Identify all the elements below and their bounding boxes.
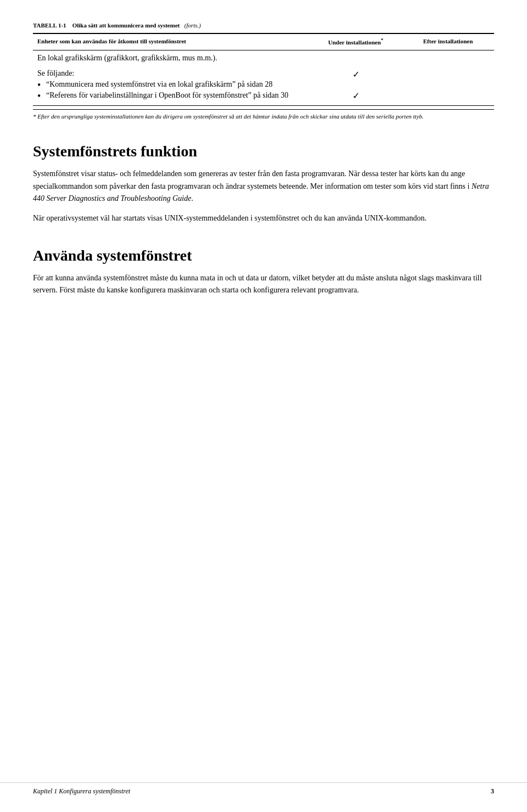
cell-after-2 bbox=[402, 66, 494, 106]
cell-device-2: Se följande: “Kommunicera med systemföns… bbox=[33, 66, 310, 106]
section2-heading: Använda systemfönstret bbox=[33, 247, 494, 264]
section1-heading: Systemfönstrets funktion bbox=[33, 143, 494, 160]
table-footnote: * Efter den ursprungliga systeminstallat… bbox=[33, 109, 494, 121]
col-header-after: Efter installationen bbox=[402, 33, 494, 50]
caption-prefix: TABELL 1-1 bbox=[33, 22, 66, 29]
list-item: “Kommunicera med systemfönstret via en l… bbox=[37, 80, 305, 89]
cell-under-1 bbox=[310, 50, 402, 66]
caption-title: Olika sätt att kommunicera med systemet bbox=[72, 22, 180, 29]
col-header-under: Under installationen* bbox=[310, 33, 402, 50]
table-caption: TABELL 1-1 Olika sätt att kommunicera me… bbox=[33, 22, 494, 29]
col-header-device: Enheter som kan användas för åtkomst til… bbox=[33, 33, 310, 50]
list-item: “Referens för variabelinställningar i Op… bbox=[37, 91, 305, 100]
section1-para2: När operativsystemet väl har startats vi… bbox=[33, 212, 494, 224]
table-row: En lokal grafikskärm (grafikkort, grafik… bbox=[33, 50, 494, 66]
caption-subtitle: (forts.) bbox=[184, 22, 201, 29]
checkmark: ✓ bbox=[352, 91, 360, 100]
page-content: TABELL 1-1 Olika sätt att kommunicera me… bbox=[0, 0, 527, 348]
cell-under-2: ✓ ✓ bbox=[310, 66, 402, 106]
page-footer: Kapitel 1 Konfigurera systemfönstret 3 bbox=[0, 782, 527, 796]
section1-para1: Systemfönstret visar status- och felmedd… bbox=[33, 168, 494, 205]
table-row: Se följande: “Kommunicera med systemföns… bbox=[33, 66, 494, 106]
footer-page-number: 3 bbox=[491, 787, 494, 796]
cell-after-1 bbox=[402, 50, 494, 66]
checkmark: ✓ bbox=[314, 69, 397, 80]
section2-para1: För att kunna använda systemfönstret mås… bbox=[33, 272, 494, 297]
bullet-list: “Kommunicera med systemfönstret via en l… bbox=[37, 80, 305, 100]
cell-device-1: En lokal grafikskärm (grafikkort, grafik… bbox=[33, 50, 310, 66]
cell-intro: Se följande: bbox=[37, 69, 305, 78]
footer-chapter: Kapitel 1 Konfigurera systemfönstret bbox=[33, 787, 130, 796]
main-table: Enheter som kan användas för åtkomst til… bbox=[33, 33, 494, 106]
